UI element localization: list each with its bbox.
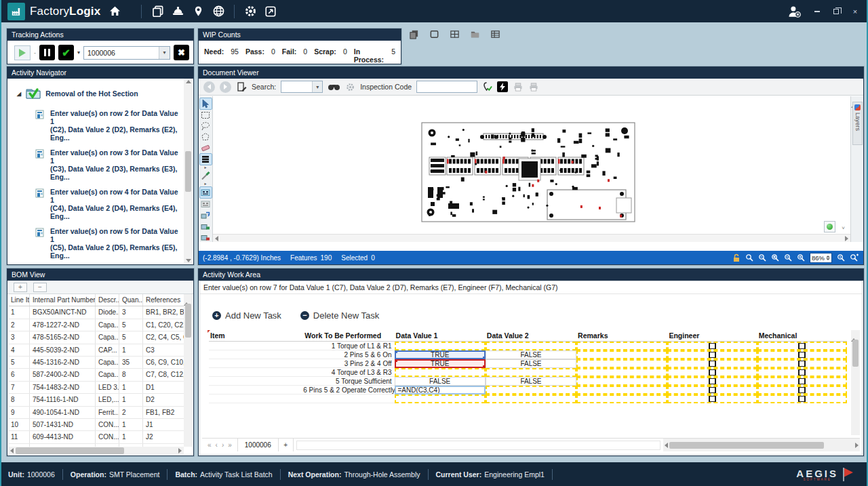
- sheet-tab-1000006[interactable]: 1000006: [237, 439, 279, 451]
- complete-dropdown-arrow[interactable]: ▾: [77, 49, 80, 56]
- board-report-icon[interactable]: [199, 231, 212, 242]
- add-sheet-button[interactable]: +: [279, 439, 294, 451]
- activity-task-item[interactable]: Enter value(s) on row 5 for Data Value 1…: [7, 224, 184, 263]
- layers-tab[interactable]: Layers: [852, 102, 863, 145]
- zoom-level-box[interactable]: 86%: [810, 253, 832, 263]
- print-icon[interactable]: [513, 82, 524, 92]
- table-grid-icon[interactable]: [449, 28, 460, 40]
- zoom-pointer-icon[interactable]: [745, 254, 753, 262]
- mechanical-cell[interactable]: [757, 394, 847, 403]
- zoom-in-icon[interactable]: [797, 254, 805, 262]
- globe-icon[interactable]: [208, 3, 229, 20]
- frame-icon[interactable]: [429, 28, 440, 40]
- mechanical-checkbox[interactable]: [798, 351, 806, 359]
- settings-gear-icon[interactable]: [240, 3, 260, 20]
- tool-dropdown-arrow[interactable]: ▸: [204, 182, 206, 186]
- bom-vscrollbar[interactable]: [184, 294, 193, 447]
- print-preview-icon[interactable]: [528, 82, 539, 92]
- engineer-checkbox[interactable]: [709, 395, 716, 403]
- bom-row[interactable]: 1BGX50AINCT-NDDiode...3BR1, BR2, BR3: [8, 306, 184, 319]
- task-item-cell[interactable]: [209, 377, 303, 386]
- nav-back-icon[interactable]: [203, 81, 215, 93]
- engineer-checkbox[interactable]: [709, 351, 716, 359]
- mechanical-cell[interactable]: [757, 350, 847, 359]
- logout-user-icon[interactable]: [784, 3, 804, 20]
- data-value-1-cell[interactable]: =AND(C3,C4): [395, 386, 486, 394]
- engineer-checkbox[interactable]: [709, 342, 716, 350]
- data-export-icon[interactable]: [260, 3, 281, 20]
- tool-dropdown-arrow[interactable]: ▸: [204, 165, 206, 170]
- data-value-1-cell[interactable]: TRUE: [395, 350, 486, 359]
- nav-forward-icon[interactable]: [220, 81, 231, 93]
- bom-col-part-number[interactable]: Internal Part Number: [30, 294, 96, 306]
- mechanical-checkbox[interactable]: [798, 369, 806, 376]
- bom-col-line-item[interactable]: Line It...: [8, 294, 30, 306]
- mechanical-cell[interactable]: [757, 368, 847, 377]
- activity-task-item[interactable]: Enter value(s) on row 2 for Data Value 1…: [7, 106, 184, 145]
- bom-row[interactable]: 10507-1431-NDCON...1J1: [8, 419, 184, 431]
- zoom-selection-icon[interactable]: [837, 254, 845, 262]
- remarks-cell[interactable]: [576, 386, 667, 394]
- table-layout-icon[interactable]: [490, 28, 501, 40]
- folder-icon[interactable]: [469, 28, 481, 40]
- workarea-hscrollbar[interactable]: [663, 439, 860, 451]
- activity-task-item[interactable]: Enter value(s) on row 4 for Data Value 1…: [7, 184, 184, 224]
- board-bottom-view-icon[interactable]: [199, 199, 212, 209]
- mechanical-cell[interactable]: [757, 342, 847, 350]
- work-to-be-performed-cell[interactable]: 2 Pins 5 & 6 On: [303, 350, 394, 359]
- pause-tracking-button[interactable]: [39, 45, 55, 60]
- marquee-select-icon[interactable]: [199, 110, 212, 121]
- document-edit-icon[interactable]: [236, 81, 247, 92]
- remarks-cell[interactable]: [576, 368, 667, 377]
- bom-col-quantity[interactable]: Quan...: [119, 294, 143, 306]
- mechanical-checkbox[interactable]: [798, 342, 806, 350]
- pcb-canvas[interactable]: ˅: [213, 96, 850, 242]
- work-to-be-performed-cell[interactable]: 4 Torque of L3 & R3: [303, 368, 394, 377]
- engineer-cell[interactable]: [667, 394, 757, 403]
- polygon-select-icon[interactable]: [199, 131, 212, 142]
- pcb-document[interactable]: [421, 122, 635, 222]
- work-to-be-performed-cell[interactable]: 3 Pins 2 & 4 Off: [303, 359, 394, 368]
- bom-row[interactable]: 9490-1054-1-NDFerrit...2FB1, FB2: [8, 407, 184, 419]
- add-new-task-button[interactable]: +Add New Task: [212, 310, 281, 321]
- data-value-1-cell[interactable]: [395, 368, 486, 377]
- data-value-1-cell[interactable]: TRUE: [395, 359, 486, 368]
- mechanical-checkbox[interactable]: [798, 360, 806, 367]
- bom-row[interactable]: 8754-1116-1-NDLED,...1D2: [8, 394, 184, 406]
- sheet-nav-buttons[interactable]: «‹›»: [202, 441, 237, 449]
- task-item-cell[interactable]: [209, 359, 303, 368]
- zoom-fit-icon[interactable]: [771, 254, 779, 262]
- close-button[interactable]: ×: [849, 6, 861, 17]
- data-value-1-cell[interactable]: FALSE: [395, 377, 486, 386]
- view-options-button[interactable]: [824, 221, 835, 232]
- engineer-checkbox[interactable]: [709, 369, 716, 376]
- measure-tool-icon[interactable]: [199, 170, 212, 181]
- activity-task-item[interactable]: Enter value(s) on row 6 for Data Value 1…: [7, 263, 184, 264]
- activity-task-item[interactable]: Enter value(s) on row 3 for Data Value 1…: [7, 145, 184, 184]
- bom-expand-button[interactable]: +: [14, 283, 27, 292]
- copy-pages-icon[interactable]: [408, 28, 420, 40]
- tree-node-removal-hot-section[interactable]: ◢ Removal of the Hot Section: [17, 87, 184, 100]
- work-to-be-performed-cell[interactable]: [303, 394, 394, 403]
- bom-col-description[interactable]: Descr...: [96, 294, 119, 306]
- workarea-vscrollbar[interactable]: [851, 330, 860, 435]
- task-item-cell[interactable]: [209, 386, 303, 394]
- engineer-cell[interactable]: [667, 350, 757, 359]
- data-value-2-cell[interactable]: [486, 368, 576, 377]
- engineer-checkbox[interactable]: [709, 386, 716, 394]
- bom-row[interactable]: 5445-1316-2-NDCapa...35C6, C9, C10, C11,…: [8, 357, 184, 369]
- binoculars-icon[interactable]: [328, 82, 340, 92]
- work-to-be-performed-cell[interactable]: 5 Torque Sufficient: [303, 377, 394, 386]
- bom-row[interactable]: 7754-1483-2-NDLED 3...1D1: [8, 382, 184, 394]
- board-top-view-icon[interactable]: [199, 186, 212, 199]
- board-flip-icon[interactable]: [199, 209, 212, 220]
- corner-dropdown-arrow[interactable]: ˅: [842, 225, 845, 231]
- bom-col-references[interactable]: References: [143, 294, 184, 306]
- remarks-cell[interactable]: [576, 350, 667, 359]
- eraser-icon[interactable]: [199, 142, 212, 153]
- mechanical-cell[interactable]: [757, 386, 847, 394]
- remarks-cell[interactable]: [576, 359, 667, 368]
- lasso-select-icon[interactable]: [199, 121, 212, 131]
- zoom-out-icon[interactable]: [784, 254, 792, 262]
- bom-hscrollbar[interactable]: [8, 447, 184, 455]
